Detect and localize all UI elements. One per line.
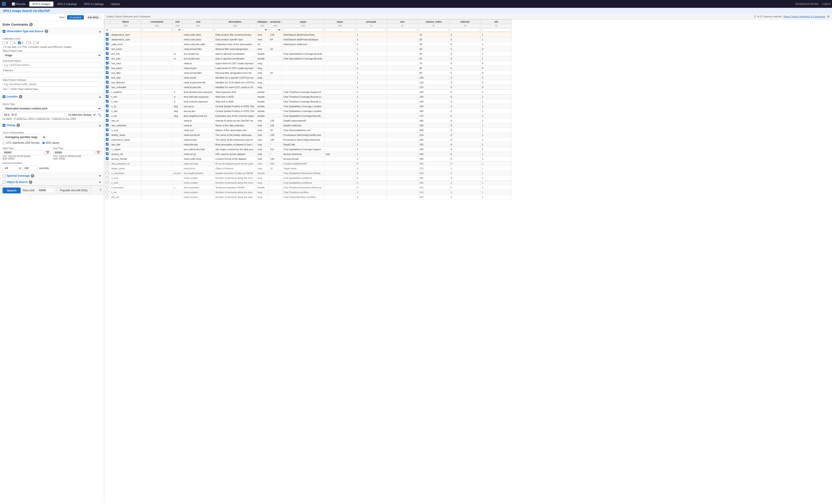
row-checkbox[interactable] (106, 129, 109, 131)
data-product-subtype-input[interactable] (3, 82, 101, 87)
th-arraysize[interactable]: arraysize (269, 20, 282, 24)
row-checkbox[interactable] (106, 100, 109, 103)
row-checkbox-cell[interactable] (104, 56, 110, 61)
timing-help-icon[interactable]: ? (17, 124, 20, 127)
thf-unit[interactable]: - (173, 28, 182, 32)
filter-xtype-input[interactable] (325, 28, 355, 31)
timing-toggle-icon[interactable]: ▲ (98, 124, 101, 127)
filter-utype-input[interactable] (283, 28, 323, 31)
row-checkbox-cell[interactable] (104, 137, 110, 142)
thf-ucd[interactable] (182, 28, 214, 32)
th-column-index[interactable]: column_index (418, 20, 449, 24)
thf-constraints[interactable] (141, 28, 173, 32)
edit-adql-button[interactable]: Edit ADQL (85, 15, 101, 20)
filter-arraysize-select[interactable]: - (270, 28, 281, 32)
row-checkbox-cell[interactable] (104, 42, 110, 47)
row-checkbox[interactable] (106, 181, 109, 184)
row-checkbox[interactable] (106, 76, 109, 79)
cal-level-1[interactable]: 1 (10, 41, 16, 44)
row-checkbox-cell[interactable] (104, 47, 110, 51)
th-utype[interactable]: utype (282, 20, 324, 24)
row-checkbox[interactable] (106, 105, 109, 107)
cal-level-3[interactable]: 3 (26, 41, 31, 44)
row-checkbox-cell[interactable] (104, 109, 110, 113)
thf-size[interactable] (387, 28, 418, 32)
row-checkbox[interactable] (106, 114, 109, 117)
background-monitor-link[interactable]: Background Monitor (796, 2, 819, 5)
row-checkbox-cell[interactable] (104, 190, 110, 195)
nav-tab-dp02-images[interactable]: DP0.2 Images (29, 2, 53, 6)
ui-assisted-button[interactable]: UI assisted (67, 15, 84, 20)
row-checkbox[interactable] (106, 148, 109, 151)
row-checkbox-cell[interactable] (104, 171, 110, 176)
utc-radio-label[interactable]: UTC date/times (ISO format) (3, 141, 40, 144)
th-xtype[interactable]: xtype (324, 20, 356, 24)
timing-section-header[interactable]: Timing ? ▲ (0, 122, 104, 128)
thf-utype[interactable] (282, 28, 324, 32)
mjd-radio-label[interactable]: MJD values (42, 141, 59, 144)
object-id-help-icon[interactable]: ? (29, 180, 32, 184)
filter-ucd-input[interactable] (183, 28, 213, 31)
location-section-header[interactable]: Location ? ▲ (0, 94, 104, 100)
start-time-input[interactable] (3, 150, 44, 155)
spectral-help-icon[interactable]: ? (31, 174, 34, 178)
row-checkbox[interactable] (106, 133, 109, 136)
constraints-help-icon[interactable]: ? (29, 23, 33, 26)
row-checkbox-cell[interactable] (104, 113, 110, 118)
filter-size-input[interactable] (388, 28, 417, 31)
th-ucd[interactable]: ucd (182, 20, 214, 24)
settings-icon[interactable]: ⚙ (827, 15, 830, 18)
row-checkbox[interactable] (106, 81, 109, 84)
thf-description[interactable] (214, 28, 256, 32)
spectral-section-header[interactable]: Spectral Coverage ? ▼ (0, 173, 104, 179)
thf-xtype[interactable] (324, 28, 356, 32)
row-checkbox-cell[interactable] (104, 166, 110, 171)
thf-std[interactable] (480, 28, 512, 32)
th-indexed[interactable]: indexed (449, 20, 480, 24)
obs-type-checkbox[interactable] (3, 30, 5, 33)
filter-principal-input[interactable] (357, 28, 386, 31)
th-name[interactable]: Name (110, 20, 141, 24)
row-checkbox-cell[interactable] (104, 180, 110, 185)
row-checkbox-cell[interactable] (104, 104, 110, 109)
utc-radio[interactable] (3, 141, 5, 144)
row-checkbox-cell[interactable] (104, 71, 110, 75)
th-description[interactable]: description (214, 20, 256, 24)
filter-unit-select[interactable]: - (174, 28, 181, 32)
row-checkbox-cell[interactable] (104, 66, 110, 71)
nav-tab-results[interactable]: 📊 Results (9, 2, 28, 6)
row-checkbox[interactable] (106, 67, 109, 69)
cal-level-0[interactable]: 0 (3, 41, 8, 44)
row-checkbox-cell[interactable] (104, 195, 110, 200)
row-checkbox-cell[interactable] (104, 152, 110, 157)
row-checkbox-cell[interactable] (104, 90, 110, 95)
coords-dropdown[interactable]: Try NED then Simbad (66, 112, 96, 117)
row-checkbox-cell[interactable] (104, 85, 110, 90)
collection-input[interactable] (3, 72, 101, 77)
cal-level-4[interactable]: 4 (34, 41, 39, 44)
obs-type-help-icon[interactable]: ? (45, 29, 48, 33)
thf-indexed[interactable] (449, 28, 480, 32)
search-button[interactable]: Search (3, 188, 21, 193)
th-constraints[interactable]: constraints (141, 20, 173, 24)
row-checkbox[interactable] (106, 143, 109, 145)
query-type-select[interactable]: Observation boundary contains point (3, 106, 101, 111)
row-checkbox[interactable] (106, 191, 109, 193)
th-unit[interactable]: unit (173, 20, 182, 24)
row-checkbox[interactable] (106, 95, 109, 98)
row-checkbox-cell[interactable] (104, 147, 110, 152)
row-checkbox[interactable] (106, 186, 109, 189)
populate-adql-button[interactable]: Populate and edit ADQL (57, 187, 91, 193)
row-checkbox-cell[interactable] (104, 99, 110, 104)
row-checkbox[interactable] (106, 157, 109, 160)
row-checkbox[interactable] (106, 43, 109, 45)
row-checkbox-cell[interactable] (104, 80, 110, 85)
row-checkbox[interactable] (106, 57, 109, 60)
th-size[interactable]: size (387, 20, 418, 24)
end-time-calendar-button[interactable]: 📅 (95, 151, 101, 155)
thf-principal[interactable] (356, 28, 387, 32)
nav-tab-dp02-catalogs[interactable]: DP0.2 Catalogs (54, 2, 80, 6)
row-checkbox[interactable] (106, 33, 109, 36)
row-checkbox-cell[interactable] (104, 61, 110, 66)
obs-type-toggle-icon[interactable]: ▲ (98, 29, 101, 33)
